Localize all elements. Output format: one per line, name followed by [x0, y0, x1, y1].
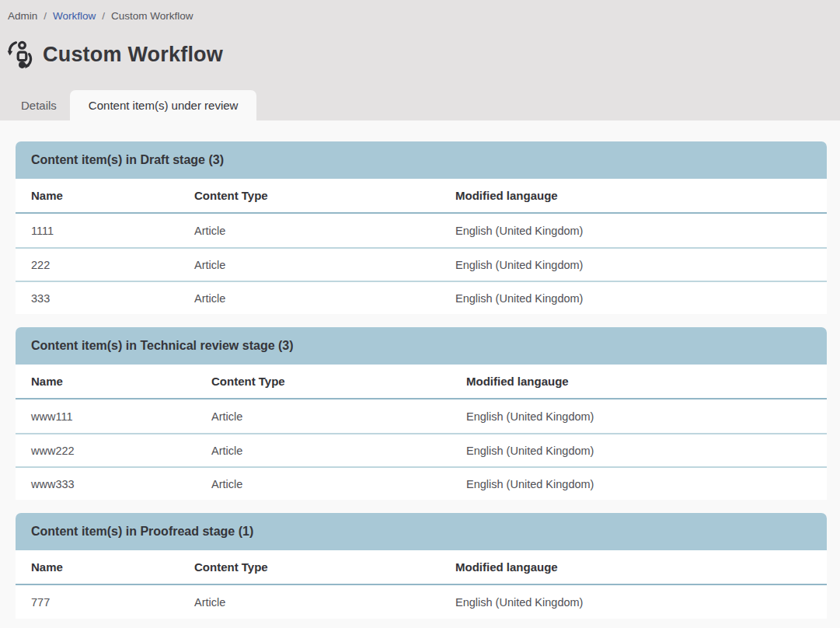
table-cell: 777: [16, 596, 179, 609]
table-cell: www333: [16, 478, 196, 490]
column-header: Modified langauge: [440, 560, 827, 574]
table-cell: Article: [179, 292, 440, 305]
table-cell: Article: [196, 445, 451, 457]
page-header: Admin/Workflow/Custom Workflow Custom Wo…: [0, 0, 840, 120]
table-cell: 333: [16, 292, 179, 305]
breadcrumb-item: Admin: [8, 10, 37, 22]
table-cell: Article: [179, 259, 440, 271]
table-cell: English (United Kingdom): [440, 596, 827, 609]
table-cell: Article: [196, 478, 451, 490]
column-header: Name: [16, 375, 196, 388]
tab-bar: DetailsContent item(s) under review: [0, 90, 840, 120]
table-cell: English (United Kingdom): [451, 478, 827, 490]
column-header: Modified langauge: [451, 375, 827, 388]
breadcrumb-item: Custom Workflow: [111, 10, 193, 22]
stage-section-title: Content item(s) in Draft stage (3): [16, 141, 827, 179]
table-cell: www111: [16, 410, 196, 423]
table-row: 333ArticleEnglish (United Kingdom): [16, 281, 827, 314]
table-cell: English (United Kingdom): [440, 225, 827, 237]
table-row: 1111ArticleEnglish (United Kingdom): [16, 214, 827, 247]
page-title: Custom Workflow: [43, 40, 223, 68]
breadcrumb-item[interactable]: Workflow: [53, 10, 96, 22]
stage-section-title: Content item(s) in Proofread stage (1): [16, 513, 827, 550]
table-header-row: NameContent TypeModified langauge: [16, 550, 827, 585]
breadcrumb-separator: /: [44, 10, 47, 22]
table-cell: www222: [16, 445, 196, 457]
table-cell: English (United Kingdom): [451, 410, 827, 423]
table-cell: Article: [179, 225, 440, 237]
sections: Content item(s) in Draft stage (3)NameCo…: [0, 120, 840, 619]
title-row: Custom Workflow: [6, 40, 840, 68]
table-header-row: NameContent TypeModified langauge: [16, 365, 827, 399]
table-row: 222ArticleEnglish (United Kingdom): [16, 247, 827, 281]
column-header: Modified langauge: [440, 189, 827, 202]
column-header: Name: [16, 560, 179, 574]
table-cell: Article: [179, 596, 440, 609]
column-header: Content Type: [179, 560, 440, 574]
column-header: Name: [16, 189, 179, 202]
workflow-icon: [6, 40, 34, 68]
table-cell: 1111: [16, 225, 179, 237]
table-cell: Article: [196, 410, 451, 423]
stage-section-title: Content item(s) in Technical review stag…: [16, 327, 827, 365]
table-row: www222ArticleEnglish (United Kingdom): [16, 433, 827, 466]
column-header: Content Type: [179, 189, 440, 202]
tab-details[interactable]: Details: [8, 90, 70, 120]
table-cell: English (United Kingdom): [451, 445, 827, 457]
column-header: Content Type: [196, 375, 451, 388]
table-cell: English (United Kingdom): [440, 259, 827, 271]
stage-section: Content item(s) in Proofread stage (1)Na…: [16, 513, 827, 619]
table-row: www111ArticleEnglish (United Kingdom): [16, 399, 827, 433]
table-cell: 222: [16, 259, 179, 271]
tab-content-item-s-under-review[interactable]: Content item(s) under review: [70, 90, 257, 120]
table-row: www333ArticleEnglish (United Kingdom): [16, 466, 827, 500]
table-row: 777ArticleEnglish (United Kingdom): [16, 585, 827, 619]
stage-section: Content item(s) in Technical review stag…: [16, 327, 827, 500]
breadcrumb: Admin/Workflow/Custom Workflow: [0, 0, 840, 22]
breadcrumb-separator: /: [102, 10, 105, 22]
table-cell: English (United Kingdom): [440, 292, 827, 305]
table-header-row: NameContent TypeModified langauge: [16, 179, 827, 214]
stage-section: Content item(s) in Draft stage (3)NameCo…: [16, 141, 827, 314]
